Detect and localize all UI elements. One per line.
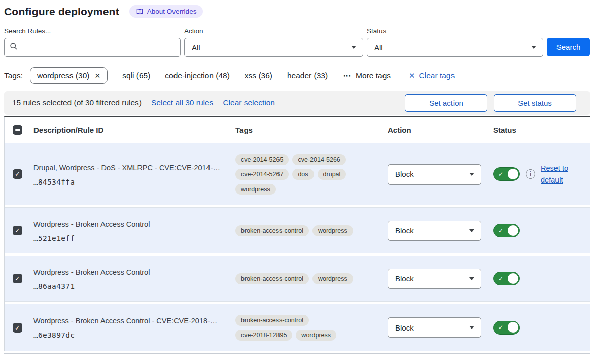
row-checkbox-cell: ✓ xyxy=(5,226,33,235)
rule-action-cell: Block xyxy=(388,317,493,338)
action-filter-value: All xyxy=(192,43,200,52)
status-toggle-on[interactable]: ✓ xyxy=(493,167,520,181)
tag-pill: broken-access-control xyxy=(235,225,309,236)
status-toggle-on[interactable]: ✓ xyxy=(493,224,520,237)
column-header-action: Action xyxy=(388,126,493,134)
clear-selection-link[interactable]: Clear selection xyxy=(223,98,275,107)
rule-description: Wordpress - Broken Access Control xyxy=(33,219,223,230)
rule-description-cell: Drupal, Wordpress - DoS - XMLRPC - CVE:C… xyxy=(33,163,235,186)
tag-pill: drupal xyxy=(318,169,346,180)
rule-action-value: Block xyxy=(395,226,414,235)
about-overrides-badge[interactable]: About Overrides xyxy=(129,5,203,18)
tags-label: Tags: xyxy=(4,71,23,80)
more-tags-button[interactable]: ⋯ More tags xyxy=(343,71,391,80)
about-overrides-label: About Overrides xyxy=(147,8,197,15)
rule-action-cell: Block xyxy=(388,221,493,241)
check-icon: ✓ xyxy=(498,324,503,331)
search-rules-field: Search Rules... xyxy=(4,27,181,57)
rule-description: Wordpress - Broken Access Control xyxy=(33,267,223,278)
rule-action-value: Block xyxy=(395,323,414,332)
selection-bar: 15 rules selected (of 30 filtered rules)… xyxy=(4,91,590,115)
chevron-down-icon xyxy=(469,229,474,232)
rule-row: ✓ Drupal, Wordpress - DoS - XMLRPC - CVE… xyxy=(5,143,590,205)
column-header-tags: Tags xyxy=(235,126,388,134)
tag-pill: cve-2014-5265 xyxy=(235,154,289,165)
check-icon: ✓ xyxy=(498,275,503,282)
search-icon xyxy=(10,42,18,52)
configure-deployment-page: Configure deployment About Overrides Sea… xyxy=(0,0,592,354)
toggle-knob xyxy=(508,273,518,284)
tag-pill: broken-access-control xyxy=(235,273,309,284)
rule-description: Wordpress - Broken Access Control - CVE:… xyxy=(33,316,223,326)
set-status-button[interactable]: Set status xyxy=(494,94,576,112)
clear-tags-label: Clear tags xyxy=(419,71,455,80)
check-icon: ✓ xyxy=(498,227,503,234)
rule-status-cell: ✓ xyxy=(493,224,590,237)
filters-bar: Search Rules... Action All Status All xyxy=(4,27,590,57)
page-title: Configure deployment xyxy=(4,6,119,18)
status-toggle-on[interactable]: ✓ xyxy=(493,321,520,335)
rule-id: …86aa4371 xyxy=(33,282,223,290)
chevron-down-icon xyxy=(469,173,474,176)
selected-tag-label: wordpress (30) xyxy=(37,71,89,80)
tag-pill: cve-2018-12895 xyxy=(235,330,292,341)
remove-tag-icon[interactable]: ✕ xyxy=(94,71,100,80)
search-rules-input[interactable] xyxy=(22,43,175,52)
row-checkbox-checked[interactable]: ✓ xyxy=(13,226,22,235)
info-icon[interactable]: i xyxy=(526,169,535,179)
status-filter-select[interactable]: All xyxy=(367,38,543,57)
rule-status-cell: ✓ i Reset to default xyxy=(493,163,590,186)
tag-option-sqli[interactable]: sqli (65) xyxy=(122,71,150,80)
chevron-down-icon xyxy=(351,46,356,49)
tag-pill: wordpress xyxy=(296,330,336,341)
reset-to-default-link[interactable]: Reset to default xyxy=(541,163,573,186)
rule-action-select[interactable]: Block xyxy=(388,221,481,241)
tag-pill: wordpress xyxy=(235,184,276,195)
chevron-down-icon xyxy=(469,277,474,280)
column-header-description: Description/Rule ID xyxy=(33,126,235,134)
chevron-down-icon xyxy=(531,46,536,49)
clear-tags-button[interactable]: ✕ Clear tags xyxy=(409,71,455,80)
status-filter-field: Status All xyxy=(367,27,543,57)
row-checkbox-checked[interactable]: ✓ xyxy=(13,169,22,179)
rule-id: …521e1eff xyxy=(33,234,223,242)
toggle-knob xyxy=(508,225,518,236)
search-rules-label: Search Rules... xyxy=(4,27,181,35)
tag-pill: broken-access-control xyxy=(235,315,309,326)
rule-description: Drupal, Wordpress - DoS - XMLRPC - CVE:C… xyxy=(33,163,223,173)
rules-table: Description/Rule ID Tags Action Status ✓… xyxy=(4,116,590,351)
rule-status-cell: ✓ xyxy=(493,272,590,285)
rule-action-cell: Block xyxy=(388,269,493,289)
selected-tag-wordpress[interactable]: wordpress (30) ✕ xyxy=(30,67,108,84)
tag-pill: wordpress xyxy=(312,225,353,236)
rule-tags-cell: cve-2014-5265 cve-2014-5266 cve-2014-526… xyxy=(235,154,388,195)
clear-icon: ✕ xyxy=(409,71,415,80)
action-filter-field: Action All xyxy=(184,27,363,57)
action-filter-select[interactable]: All xyxy=(184,38,363,57)
selection-summary: 15 rules selected (of 30 filtered rules) xyxy=(12,98,142,107)
status-toggle-on[interactable]: ✓ xyxy=(493,272,520,285)
search-button[interactable]: Search xyxy=(547,38,590,56)
tag-option-header[interactable]: header (33) xyxy=(287,71,328,80)
table-bottom-divider xyxy=(4,353,590,354)
rule-id: …6e3897dc xyxy=(33,331,223,339)
select-all-link[interactable]: Select all 30 rules xyxy=(151,98,213,107)
set-action-button[interactable]: Set action xyxy=(405,94,487,112)
rule-action-value: Block xyxy=(395,274,414,283)
row-checkbox-cell: ✓ xyxy=(5,323,33,333)
rule-action-select[interactable]: Block xyxy=(388,317,481,338)
tag-option-xss[interactable]: xss (36) xyxy=(245,71,272,80)
tag-pill: dos xyxy=(292,169,314,180)
status-filter-value: All xyxy=(374,43,383,52)
tag-option-code-injection[interactable]: code-injection (48) xyxy=(165,71,230,80)
row-checkbox-checked[interactable]: ✓ xyxy=(13,323,22,333)
toggle-knob xyxy=(508,169,518,179)
row-checkbox-checked[interactable]: ✓ xyxy=(13,274,22,283)
rule-action-select[interactable]: Block xyxy=(388,164,481,185)
rule-action-select[interactable]: Block xyxy=(388,269,481,289)
rule-description-cell: Wordpress - Broken Access Control …86aa4… xyxy=(33,267,235,290)
row-checkbox-cell: ✓ xyxy=(5,169,33,179)
toggle-knob xyxy=(508,322,518,333)
rule-id: …84534ffa xyxy=(33,178,223,186)
select-all-checkbox-indeterminate[interactable] xyxy=(13,125,22,135)
